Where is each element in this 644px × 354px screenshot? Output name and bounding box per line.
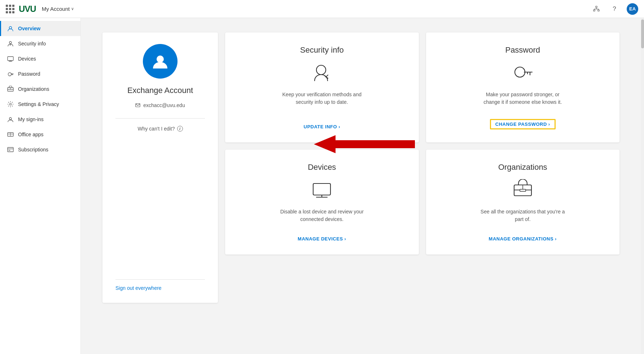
security-info-card-icon <box>311 62 333 85</box>
main-layout: Overview Security info Devices <box>0 18 644 354</box>
app-name-label: My Account <box>42 6 70 12</box>
organizations-card-desc: See all the organizations that you're a … <box>479 208 566 230</box>
manage-organizations-label: MANAGE ORGANIZATIONS <box>489 236 553 242</box>
topbar-icons: ? EA <box>591 3 638 15</box>
password-icon <box>7 71 14 77</box>
sidebar-label-overview: Overview <box>18 26 40 31</box>
password-card-icon <box>512 62 534 85</box>
why-cant-edit[interactable]: Why can't I edit? i <box>137 126 183 132</box>
organizations-icon <box>7 86 14 92</box>
sidebar-item-security-info[interactable]: Security info <box>0 36 80 51</box>
svg-rect-25 <box>8 147 13 152</box>
manage-devices-label: MANAGE DEVICES <box>298 236 343 242</box>
svg-point-30 <box>316 65 326 75</box>
office-apps-icon <box>7 131 14 138</box>
top-info-cards-row: Security info Keep your verification met… <box>225 32 619 142</box>
sidebar-item-password[interactable]: Password <box>0 66 80 81</box>
sidebar-label-office-apps: Office apps <box>18 132 44 137</box>
svg-rect-37 <box>313 183 330 195</box>
devices-card: Devices Disable a lost device and review… <box>225 150 419 255</box>
sidebar-item-settings-privacy[interactable]: Settings & Privacy <box>0 97 80 112</box>
svg-point-21 <box>9 118 12 120</box>
uvu-logo: UVU <box>19 4 36 14</box>
svg-point-20 <box>10 103 12 105</box>
update-info-link[interactable]: UPDATE INFO › <box>304 124 341 129</box>
sidebar-item-my-sign-ins[interactable]: My sign-ins <box>0 112 80 127</box>
security-info-card: Security info Keep your verification met… <box>225 32 419 142</box>
password-card-title: Password <box>505 45 540 55</box>
settings-icon <box>7 101 14 107</box>
org-icon-button[interactable] <box>591 3 602 15</box>
organizations-card-icon <box>512 179 534 202</box>
sign-out-section: Sign out everywhere <box>115 279 205 291</box>
scrollbar-track[interactable] <box>641 18 644 354</box>
sign-ins-icon <box>7 116 14 123</box>
svg-rect-1 <box>593 10 595 11</box>
sidebar-label-organizations: Organizations <box>18 86 49 92</box>
security-info-card-title: Security info <box>300 45 344 55</box>
devices-icon <box>7 56 14 62</box>
account-card: Exchange Account exchacc@uvu.edu Why can… <box>102 32 218 303</box>
svg-line-32 <box>327 75 328 76</box>
help-icon-button[interactable]: ? <box>609 3 620 15</box>
sidebar-label-subscriptions: Subscriptions <box>18 147 48 152</box>
update-info-label: UPDATE INFO <box>304 124 337 129</box>
svg-point-13 <box>8 73 12 76</box>
app-name-menu[interactable]: My Account ∨ <box>42 6 74 12</box>
sidebar-label-settings: Settings & Privacy <box>18 101 59 107</box>
sign-out-divider <box>115 279 205 280</box>
organizations-card-title: Organizations <box>498 163 547 172</box>
sidebar-label-devices: Devices <box>18 56 36 62</box>
svg-point-33 <box>515 67 525 77</box>
account-email: exchacc@uvu.edu <box>143 102 185 108</box>
svg-rect-2 <box>598 10 599 11</box>
bottom-info-cards-row: Devices Disable a lost device and review… <box>225 150 619 255</box>
change-password-link[interactable]: CHANGE PASSWORD › <box>495 121 550 127</box>
security-info-card-desc: Keep your verification methods and secur… <box>279 91 365 113</box>
devices-card-title: Devices <box>308 163 336 172</box>
scrollbar-thumb[interactable] <box>641 19 644 48</box>
sidebar-item-devices[interactable]: Devices <box>0 51 80 66</box>
sidebar-item-overview[interactable]: Overview <box>0 21 80 36</box>
email-icon <box>135 103 140 108</box>
update-info-arrow: › <box>338 124 340 129</box>
account-avatar <box>143 44 178 79</box>
sidebar-label-password: Password <box>18 71 40 77</box>
account-name: Exchange Account <box>127 86 193 95</box>
sidebar-label-sign-ins: My sign-ins <box>18 116 44 122</box>
sign-out-link[interactable]: Sign out everywhere <box>115 285 162 291</box>
svg-rect-42 <box>520 189 526 191</box>
devices-card-icon <box>311 179 333 202</box>
manage-organizations-arrow: › <box>555 236 557 242</box>
sidebar: Overview Security info Devices <box>0 18 81 354</box>
svg-point-8 <box>9 41 12 44</box>
svg-point-28 <box>157 56 164 63</box>
manage-devices-link[interactable]: MANAGE DEVICES › <box>298 236 346 242</box>
info-icon: i <box>177 126 183 132</box>
account-divider <box>115 118 205 119</box>
svg-rect-0 <box>596 6 597 8</box>
account-email-row: exchacc@uvu.edu <box>135 102 185 108</box>
sidebar-item-organizations[interactable]: Organizations <box>0 81 80 97</box>
sidebar-item-office-apps[interactable]: Office apps <box>0 127 80 142</box>
sidebar-label-security-info: Security info <box>18 41 46 47</box>
avatar-initials: EA <box>629 6 636 12</box>
security-info-icon <box>7 40 14 47</box>
question-mark-icon: ? <box>613 5 616 13</box>
sidebar-item-subscriptions[interactable]: Subscriptions <box>0 142 80 157</box>
devices-card-desc: Disable a lost device and review your co… <box>279 208 365 230</box>
password-card: Password Make your password stronger, or… <box>426 32 620 142</box>
change-password-arrow: › <box>548 121 550 127</box>
svg-rect-10 <box>8 57 13 61</box>
waffle-menu[interactable] <box>6 5 14 13</box>
cards-row: Exchange Account exchacc@uvu.edu Why can… <box>102 32 619 303</box>
change-password-label: CHANGE PASSWORD <box>495 121 547 127</box>
main-content: Exchange Account exchacc@uvu.edu Why can… <box>81 18 641 354</box>
app-name-chevron: ∨ <box>71 6 74 11</box>
subscriptions-icon <box>7 146 14 153</box>
password-link-highlighted: CHANGE PASSWORD › <box>490 119 556 129</box>
manage-organizations-link[interactable]: MANAGE ORGANIZATIONS › <box>489 236 557 242</box>
user-avatar[interactable]: EA <box>627 3 638 15</box>
organizations-card: Organizations See all the organizations … <box>426 150 620 255</box>
password-card-desc: Make your password stronger, or change i… <box>479 91 566 113</box>
